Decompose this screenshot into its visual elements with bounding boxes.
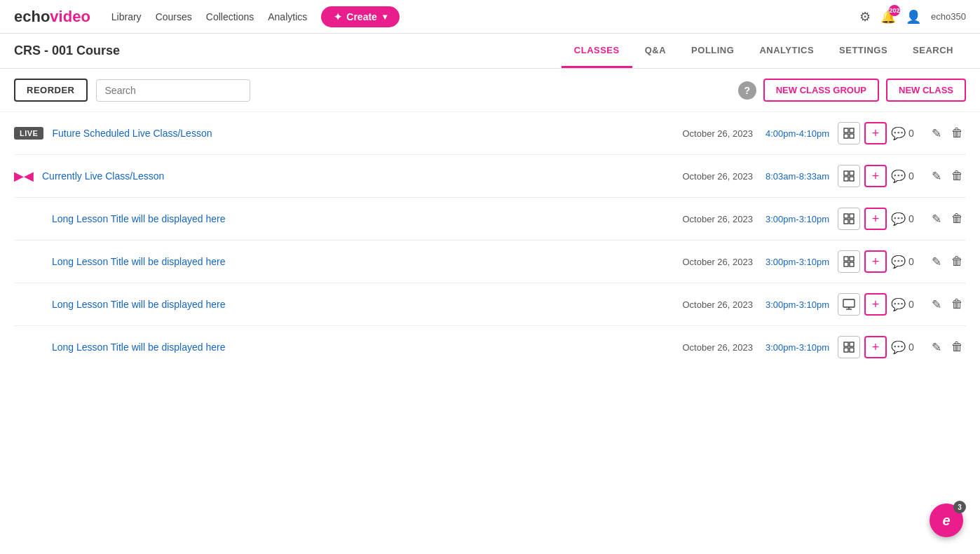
svg-rect-10 (844, 219, 848, 224)
svg-rect-7 (850, 177, 854, 181)
class-time: 8:03am-8:33am (765, 171, 829, 182)
comment-count: 0 (908, 213, 914, 224)
edit-button[interactable]: ✎ (929, 295, 944, 315)
class-title[interactable]: Long Lesson Title will be displayed here (52, 256, 674, 267)
nav-library[interactable]: Library (111, 11, 142, 22)
class-title[interactable]: Future Scheduled Live Class/Lesson (52, 128, 674, 139)
add-icon-btn[interactable]: + (864, 208, 887, 230)
user-icon[interactable]: 👤 (906, 9, 921, 25)
comment-icon: 💬 (891, 169, 906, 184)
svg-rect-5 (850, 171, 854, 175)
new-class-button[interactable]: NEW CLASS (886, 79, 966, 102)
tab-search[interactable]: SEARCH (900, 34, 966, 68)
class-title[interactable]: Long Lesson Title will be displayed here (52, 213, 674, 224)
class-title[interactable]: Long Lesson Title will be displayed here (52, 342, 674, 353)
comment-count: 0 (908, 299, 914, 310)
delete-button[interactable]: 🗑 (948, 123, 966, 143)
tab-polling[interactable]: POLLING (679, 34, 747, 68)
class-row: Long Lesson Title will be displayed here… (14, 198, 966, 241)
class-row: ▶◀ Currently Live Class/Lesson October 2… (14, 155, 966, 198)
edit-button[interactable]: ✎ (929, 252, 944, 272)
tab-analytics[interactable]: ANALYTICS (747, 34, 826, 68)
svg-rect-9 (850, 214, 854, 218)
class-date: October 26, 2023 (682, 214, 752, 224)
reorder-button[interactable]: REORDER (14, 79, 88, 102)
tab-settings[interactable]: SETTINGS (826, 34, 900, 68)
nav-analytics[interactable]: Analytics (268, 11, 307, 22)
nav-courses[interactable]: Courses (156, 11, 192, 22)
edit-button[interactable]: ✎ (929, 123, 944, 144)
comment-icon: 💬 (891, 212, 906, 227)
settings-icon[interactable]: ⚙ (859, 9, 871, 25)
class-date: October 26, 2023 (682, 299, 752, 310)
svg-rect-19 (844, 342, 848, 346)
nav-collections[interactable]: Collections (206, 11, 254, 22)
delete-button[interactable]: 🗑 (948, 209, 966, 229)
svg-rect-3 (850, 134, 854, 138)
capture-icon-btn[interactable] (838, 250, 860, 273)
capture-icon-btn[interactable] (838, 208, 860, 230)
course-title: CRS - 001 Course (14, 43, 562, 58)
edit-button[interactable]: ✎ (929, 209, 944, 229)
add-icon-btn[interactable]: + (864, 122, 887, 144)
delete-button[interactable]: 🗑 (948, 295, 966, 314)
class-row: Long Lesson Title will be displayed here… (14, 283, 966, 326)
class-title[interactable]: Currently Live Class/Lesson (42, 170, 674, 182)
notification-icon[interactable]: 🔔 202 (880, 9, 896, 25)
new-class-group-button[interactable]: NEW CLASS GROUP (763, 79, 879, 102)
capture-icon-btn[interactable] (838, 165, 860, 187)
comment-count: 0 (908, 342, 914, 353)
svg-rect-1 (850, 128, 854, 133)
logo-echo: echo (14, 8, 50, 26)
notif-badge: 202 (889, 5, 900, 16)
add-icon-btn[interactable]: + (864, 336, 887, 358)
comment-icon: 💬 (891, 297, 906, 312)
svg-rect-6 (844, 177, 848, 181)
capture-icon-btn[interactable] (838, 336, 860, 358)
class-time: 3:00pm-3:10pm (765, 342, 829, 353)
comment-area: 💬 0 (891, 340, 925, 355)
svg-rect-4 (844, 171, 848, 175)
capture-icon-btn[interactable] (838, 122, 860, 144)
svg-rect-21 (844, 348, 848, 352)
class-title[interactable]: Long Lesson Title will be displayed here (52, 299, 674, 310)
comment-area: 💬 0 (891, 169, 925, 184)
tabs: CLASSESQ&APOLLINGANALYTICSSETTINGSSEARCH (562, 34, 966, 68)
delete-button[interactable]: 🗑 (948, 166, 966, 186)
svg-rect-8 (844, 214, 848, 218)
tab-classes[interactable]: CLASSES (562, 34, 632, 68)
delete-button[interactable]: 🗑 (948, 252, 966, 271)
create-button[interactable]: ✦ Create ▾ (321, 6, 400, 27)
action-icons: + 💬 0 ✎ 🗑 (838, 336, 966, 358)
comment-area: 💬 0 (891, 126, 925, 141)
live-now-icon: ▶◀ (14, 168, 34, 184)
action-icons: + 💬 0 ✎ 🗑 (838, 165, 966, 187)
comment-area: 💬 0 (891, 255, 925, 269)
comment-count: 0 (908, 256, 914, 267)
add-icon-btn[interactable]: + (864, 250, 887, 273)
action-icons: + 💬 0 ✎ 🗑 (838, 293, 966, 316)
spark-icon: ✦ (334, 11, 342, 22)
comment-count: 0 (908, 128, 914, 139)
search-input[interactable] (96, 79, 250, 102)
delete-button[interactable]: 🗑 (948, 337, 966, 357)
chevron-down-icon: ▾ (383, 12, 387, 22)
add-icon-btn[interactable]: + (864, 165, 887, 187)
svg-rect-0 (844, 128, 848, 133)
class-time: 3:00pm-3:10pm (765, 257, 829, 267)
tab-qa[interactable]: Q&A (632, 34, 679, 68)
svg-rect-2 (844, 134, 848, 138)
add-icon-btn[interactable]: + (864, 293, 887, 316)
create-label: Create (346, 11, 377, 22)
monitor-icon-btn[interactable] (838, 293, 860, 316)
comment-area: 💬 0 (891, 212, 925, 227)
svg-rect-16 (843, 299, 855, 307)
class-row: Long Lesson Title will be displayed here… (14, 326, 966, 368)
edit-button[interactable]: ✎ (929, 166, 944, 187)
help-icon[interactable]: ? (738, 81, 756, 100)
course-header: CRS - 001 Course CLASSESQ&APOLLINGANALYT… (0, 34, 980, 69)
comment-area: 💬 0 (891, 297, 925, 312)
logo: echovideo (14, 8, 90, 26)
edit-button[interactable]: ✎ (929, 337, 944, 358)
toolbar: REORDER ? NEW CLASS GROUP NEW CLASS (0, 69, 980, 112)
